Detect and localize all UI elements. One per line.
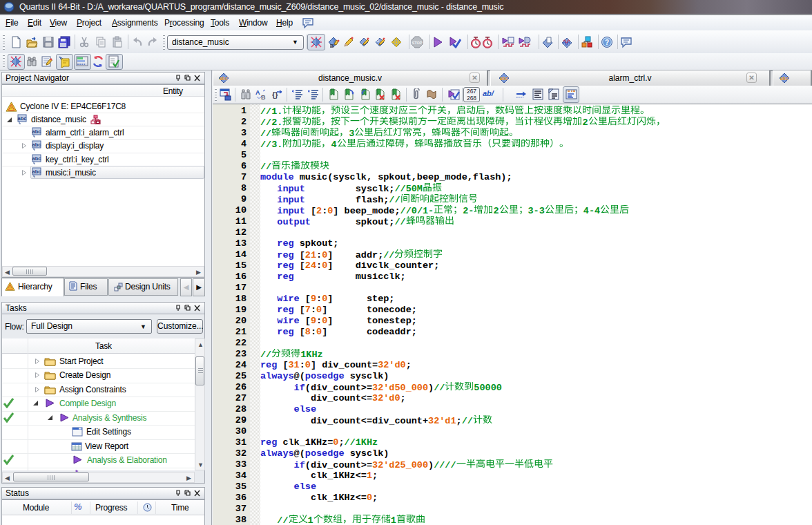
svg-text:D: D (376, 39, 380, 43)
svg-text:A: A (255, 89, 260, 96)
svg-text:abc: abc (32, 155, 41, 162)
svg-text:abc: abc (780, 76, 789, 81)
svg-text:abc: abc (32, 169, 41, 175)
svg-text:STOP: STOP (412, 41, 422, 45)
svg-text:abc: abc (220, 76, 228, 81)
svg-text:abc: abc (32, 128, 41, 135)
svg-text:?: ? (605, 39, 609, 46)
svg-text:abc: abc (18, 115, 27, 122)
svg-text:B: B (261, 94, 266, 101)
svg-text:abc: abc (32, 142, 41, 148)
svg-text:abc: abc (500, 76, 508, 81)
